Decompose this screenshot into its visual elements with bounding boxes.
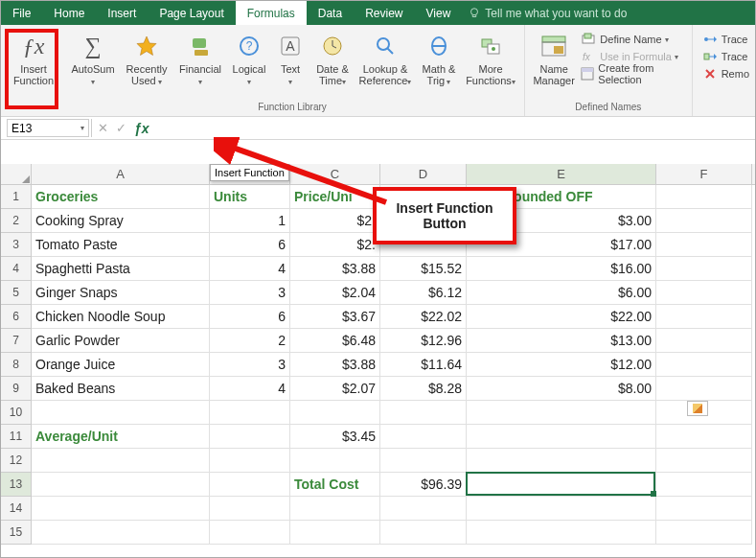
cell-B12[interactable] (210, 449, 290, 473)
define-name-button[interactable]: Define Name ▾ (581, 31, 681, 48)
cell-B13[interactable] (210, 473, 290, 497)
cell-A14[interactable] (32, 497, 210, 521)
cell-E5[interactable]: $6.00 (467, 281, 656, 305)
row-header-7[interactable]: 7 (1, 329, 32, 353)
cell-F7[interactable] (656, 329, 752, 353)
cell-F5[interactable] (656, 281, 752, 305)
cell-C6[interactable]: $3.67 (290, 305, 380, 329)
recently-used-button[interactable]: Recently Used ▾ (120, 29, 173, 96)
cell-D14[interactable] (380, 497, 467, 521)
cell-E15[interactable] (467, 521, 656, 545)
cell-B10[interactable] (210, 401, 290, 425)
cell-E13[interactable] (467, 473, 656, 497)
cell-F9[interactable] (656, 377, 752, 401)
cell-C14[interactable] (290, 497, 380, 521)
cell-E9[interactable]: $8.00 (467, 377, 656, 401)
row-header-10[interactable]: 10 (1, 401, 32, 425)
cell-F6[interactable] (656, 305, 752, 329)
tab-review[interactable]: Review (354, 1, 414, 25)
tab-page-layout[interactable]: Page Layout (148, 1, 235, 25)
cell-A3[interactable]: Tomato Paste (32, 233, 210, 257)
cell-A6[interactable]: Chicken Noodle Soup (32, 305, 210, 329)
cell-A4[interactable]: Spaghetti Pasta (32, 257, 210, 281)
cell-E4[interactable]: $16.00 (467, 257, 656, 281)
cell-F12[interactable] (656, 449, 752, 473)
cell-B11[interactable] (210, 425, 290, 449)
cell-D11[interactable] (380, 425, 467, 449)
row-header-8[interactable]: 8 (1, 353, 32, 377)
row-header-1[interactable]: 1 (1, 185, 32, 209)
cell-A8[interactable]: Orange Juice (32, 353, 210, 377)
remove-arrows-button[interactable]: Remo (702, 65, 749, 82)
cell-F4[interactable] (656, 257, 752, 281)
cell-B14[interactable] (210, 497, 290, 521)
name-box[interactable]: E13▾ (7, 119, 89, 137)
cell-D12[interactable] (380, 449, 467, 473)
cell-C4[interactable]: $3.88 (290, 257, 380, 281)
more-functions-button[interactable]: More Functions▾ (463, 29, 518, 96)
cell-E8[interactable]: $12.00 (467, 353, 656, 377)
cell-B1[interactable]: Units (210, 185, 290, 209)
column-header-C[interactable]: C (290, 164, 380, 184)
cell-C3[interactable]: $2. (290, 233, 380, 257)
create-from-selection-button[interactable]: Create from Selection (581, 65, 681, 82)
cell-A5[interactable]: Ginger Snaps (32, 281, 210, 305)
cell-C12[interactable] (290, 449, 380, 473)
column-header-A[interactable]: A (32, 164, 210, 184)
cell-E7[interactable]: $13.00 (467, 329, 656, 353)
trace-dependents-button[interactable]: Trace (702, 48, 749, 65)
trace-precedents-button[interactable]: Trace (702, 31, 749, 48)
row-header-12[interactable]: 12 (1, 449, 32, 473)
cell-C5[interactable]: $2.04 (290, 281, 380, 305)
cell-E12[interactable] (467, 449, 656, 473)
row-header-2[interactable]: 2 (1, 209, 32, 233)
smart-tag-icon[interactable] (687, 401, 708, 416)
formula-bar-input[interactable] (155, 117, 755, 139)
column-header-F[interactable]: F (656, 164, 752, 184)
cell-C13[interactable]: Total Cost (290, 473, 380, 497)
row-header-9[interactable]: 9 (1, 377, 32, 401)
tab-formulas[interactable]: Formulas (236, 1, 307, 25)
name-manager-button[interactable]: Name Manager (531, 29, 577, 96)
row-header-6[interactable]: 6 (1, 305, 32, 329)
cell-F14[interactable] (656, 497, 752, 521)
row-header-14[interactable]: 14 (1, 497, 32, 521)
cell-B6[interactable]: 6 (210, 305, 290, 329)
tab-insert[interactable]: Insert (96, 1, 148, 25)
row-header-13[interactable]: 13 (1, 473, 32, 497)
tab-file[interactable]: File (1, 1, 42, 25)
row-header-3[interactable]: 3 (1, 233, 32, 257)
cell-C15[interactable] (290, 521, 380, 545)
column-headers[interactable]: ABCDEF (32, 164, 755, 185)
lookup-reference-button[interactable]: Lookup & Reference▾ (355, 29, 415, 96)
row-headers[interactable]: 123456789101112131415 (1, 185, 32, 545)
cell-F2[interactable] (656, 209, 752, 233)
cell-B8[interactable]: 3 (210, 353, 290, 377)
tab-home[interactable]: Home (42, 1, 96, 25)
text-button[interactable]: A Text▾ (271, 29, 309, 96)
cell-A13[interactable] (32, 473, 210, 497)
cell-A15[interactable] (32, 521, 210, 545)
cell-F3[interactable] (656, 233, 752, 257)
cell-C10[interactable] (290, 401, 380, 425)
cell-B5[interactable]: 3 (210, 281, 290, 305)
cell-D8[interactable]: $11.64 (380, 353, 467, 377)
row-header-11[interactable]: 11 (1, 425, 32, 449)
cell-C11[interactable]: $3.45 (290, 425, 380, 449)
column-header-D[interactable]: D (380, 164, 467, 184)
cell-A1[interactable]: Groceries (32, 185, 210, 209)
row-header-15[interactable]: 15 (1, 521, 32, 545)
row-header-5[interactable]: 5 (1, 281, 32, 305)
insert-function-fx-button[interactable]: ƒx (134, 121, 149, 136)
cell-D13[interactable]: $96.39 (380, 473, 467, 497)
cell-C9[interactable]: $2.07 (290, 377, 380, 401)
financial-button[interactable]: Financial▾ (173, 29, 227, 96)
insert-function-button[interactable]: ƒx Insert Function (7, 29, 60, 96)
cell-B2[interactable]: 1 (210, 209, 290, 233)
cell-C1[interactable]: Price/Uni (290, 185, 380, 209)
cell-E14[interactable] (467, 497, 656, 521)
cell-A2[interactable]: Cooking Spray (32, 209, 210, 233)
date-time-button[interactable]: Date & Time▾ (309, 29, 355, 96)
cell-D4[interactable]: $15.52 (380, 257, 467, 281)
cell-D6[interactable]: $22.02 (380, 305, 467, 329)
